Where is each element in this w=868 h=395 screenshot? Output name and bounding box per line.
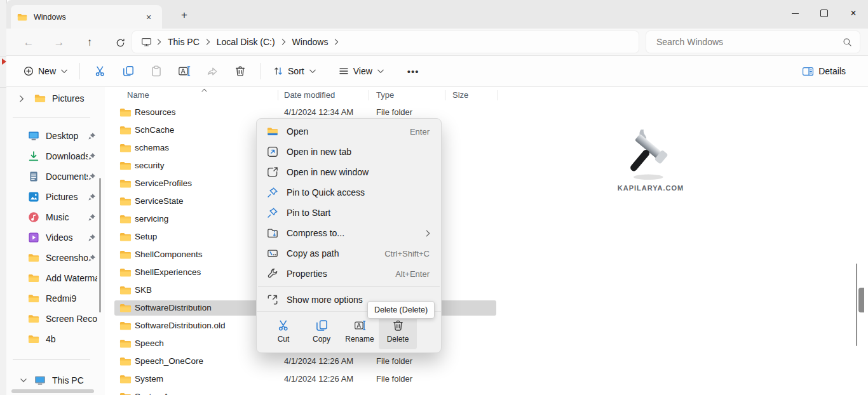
sidebar-item-pictures-tree[interactable]: Pictures [10, 89, 97, 108]
breadcrumb-item[interactable]: Local Disk (C:) [212, 35, 280, 49]
file-row[interactable]: ServiceState [105, 192, 868, 210]
context-command-delete[interactable]: Delete [379, 314, 417, 349]
context-menu-item-label: Compress to... [287, 228, 426, 238]
file-row[interactable]: Speech [105, 335, 868, 352]
back-button[interactable]: ← [19, 34, 38, 51]
context-menu-item-pin-to-quick-access[interactable]: Pin to Quick access [260, 182, 438, 203]
context-menu-item-copy-as-path[interactable]: Copy as pathCtrl+Shift+C [260, 243, 438, 264]
file-row[interactable]: security [105, 157, 868, 175]
context-command-rename[interactable]: Rename [341, 314, 379, 349]
close-button[interactable]: × [839, 0, 868, 27]
file-row[interactable]: Speech_OneCore4/1/2024 12:26 AMFile fold… [105, 352, 868, 370]
sidebar-tree-label: Pictures [52, 93, 97, 104]
rename-button[interactable] [170, 60, 198, 83]
file-row[interactable]: ShellExperiences [105, 264, 868, 281]
tab-windows[interactable]: Windows × [11, 5, 162, 29]
context-command-copy[interactable]: Copy [302, 314, 341, 349]
search-placeholder: Search Windows [656, 37, 843, 47]
folder-icon [119, 178, 132, 189]
search-box[interactable]: Search Windows [646, 31, 860, 53]
context-menu-shortcut: Enter [410, 127, 430, 137]
file-explorer-window: Windows × + × ← → ↑ This PCLocal Disk (C… [0, 0, 868, 395]
sidebar-item-music[interactable]: Music [10, 207, 97, 227]
minimize-button[interactable] [780, 0, 810, 27]
sidebar-horizontal-scrollbar[interactable] [11, 389, 94, 393]
folder-icon [119, 321, 132, 331]
paste-button[interactable] [142, 60, 170, 83]
delete-button[interactable] [226, 60, 254, 83]
sidebar-item-label: Redmi9 [46, 293, 97, 304]
forward-button[interactable]: → [50, 34, 69, 51]
file-row[interactable]: SoftwareDistribution.old [105, 317, 868, 335]
sidebar-item-downloads[interactable]: Downloads [10, 146, 97, 166]
context-menu-item-label: Pin to Quick access [287, 187, 438, 198]
copy-button[interactable] [114, 60, 142, 83]
file-row[interactable]: schemas [105, 139, 868, 157]
column-header-size[interactable]: Size [452, 90, 468, 100]
new-tab-button[interactable]: + [175, 8, 193, 23]
file-row[interactable]: Resources4/1/2024 12:34 AMFile folder [105, 104, 868, 121]
file-row[interactable]: SoftwareDistribution [105, 299, 868, 317]
context-menu-item-open[interactable]: OpenEnter [260, 121, 438, 142]
sidebar-item-pictures[interactable]: Pictures [10, 187, 97, 207]
sidebar-item-this-pc[interactable]: This PC [10, 370, 97, 391]
address-bar[interactable]: This PCLocal Disk (C:)Windows [132, 31, 639, 53]
sidebar-item-4b[interactable]: 4b [10, 329, 97, 349]
breadcrumb-item[interactable]: This PC [163, 35, 205, 49]
file-date-modified: 4/1/2024 12:34 AM [284, 107, 353, 117]
column-header-name[interactable]: Name [127, 90, 149, 100]
sidebar-item-videos[interactable]: Videos [10, 227, 97, 248]
trash-icon [234, 65, 246, 77]
context-menu-item-compress-to-[interactable]: Compress to... [260, 223, 438, 243]
folder-icon [119, 196, 132, 206]
sidebar-item-screenshots[interactable]: Screenshots [10, 248, 97, 268]
context-menu-item-open-in-new-tab[interactable]: Open in new tab [260, 142, 438, 162]
column-header-date[interactable]: Date modified [284, 90, 335, 100]
new-button[interactable]: New [18, 60, 73, 83]
sort-button[interactable]: Sort [268, 60, 322, 83]
file-name: System [135, 374, 163, 384]
context-menu-item-properties[interactable]: PropertiesAlt+Enter [260, 264, 438, 284]
column-headers: Name Date modified Type Size [105, 87, 868, 104]
tab-close-icon[interactable]: × [142, 10, 156, 24]
address-bar-row: ← → ↑ This PCLocal Disk (C:)Windows Sear… [6, 29, 868, 56]
file-row[interactable]: SchCache [105, 121, 868, 139]
sidebar-scrollbar[interactable] [99, 178, 101, 312]
view-button[interactable]: View [333, 60, 390, 83]
sidebar-item-redmi9[interactable]: Redmi9 [10, 288, 97, 309]
refresh-button[interactable] [111, 34, 130, 51]
file-name: schemas [135, 143, 169, 152]
column-header-type[interactable]: Type [376, 90, 394, 100]
search-icon [843, 37, 852, 47]
cut-button[interactable] [86, 60, 114, 83]
up-button[interactable]: ↑ [80, 34, 99, 51]
share-button[interactable] [198, 60, 226, 83]
more-options-button[interactable]: ••• [401, 66, 426, 77]
details-pane-button[interactable]: Details [796, 60, 851, 83]
file-row[interactable]: SystemApps [105, 388, 868, 395]
sidebar-item-screen-recordin[interactable]: Screen Recordin [10, 309, 97, 329]
sidebar-item-label: Desktop [46, 131, 88, 141]
context-menu-item-open-in-new-window[interactable]: Open in new window [260, 162, 438, 182]
folder-icon [119, 374, 132, 384]
file-row[interactable]: ShellComponents [105, 246, 868, 264]
content-scrollbar[interactable] [856, 264, 857, 346]
breadcrumb-item[interactable]: Windows [287, 35, 334, 49]
plus-circle-icon [24, 66, 34, 76]
file-date-modified: 4/1/2024 12:26 AM [284, 374, 353, 384]
file-row[interactable]: ServiceProfiles [105, 175, 868, 192]
sidebar-item-label: Documents [46, 171, 88, 182]
context-command-cut[interactable]: Cut [264, 314, 302, 349]
sidebar-item-add-watermark[interactable]: Add Watermark [10, 268, 97, 288]
toolbar-separator [261, 63, 261, 79]
maximize-button[interactable] [810, 0, 839, 27]
file-row[interactable]: Setup [105, 228, 868, 246]
content-scrollbar-thumb[interactable] [858, 288, 864, 312]
context-command-label: Rename [345, 335, 374, 344]
sidebar-item-documents[interactable]: Documents [10, 166, 97, 187]
file-row[interactable]: servicing [105, 210, 868, 228]
file-row[interactable]: System4/1/2024 12:26 AMFile folder [105, 370, 868, 388]
context-menu-item-pin-to-start[interactable]: Pin to Start [260, 203, 438, 223]
sidebar-item-desktop[interactable]: Desktop [10, 126, 97, 146]
file-row[interactable]: SKB [105, 281, 868, 299]
